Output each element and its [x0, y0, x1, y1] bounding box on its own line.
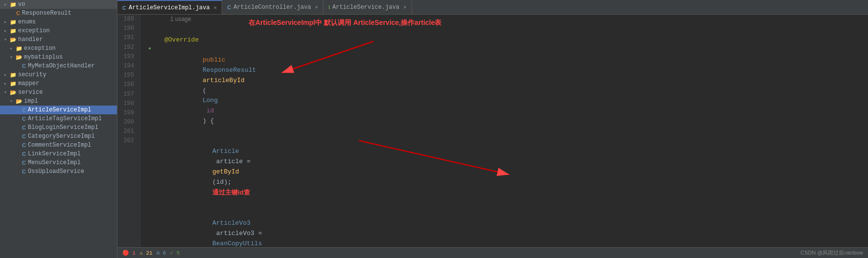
type-article-193: Article	[212, 148, 239, 155]
sidebar-label-exception: exception	[18, 27, 50, 34]
folder-icon-enums: 📁	[10, 19, 17, 25]
code-line-194: ArticleVo3 articleVo3 = BeanCopyUtils . …	[145, 208, 864, 247]
sidebar-item-mymetaobjecthandler[interactable]: C MyMetaObjectHandler	[0, 62, 117, 70]
sidebar-label-handler: handler	[18, 36, 43, 43]
sidebar-label-menuserviceimpl: MenuServiceImpl	[28, 159, 81, 166]
arrow-mapper	[4, 81, 10, 86]
arrow-security	[4, 72, 10, 78]
status-ok: ✓ 5	[170, 250, 180, 256]
ln-190: 190	[117, 24, 137, 33]
status-bar: 🔴 1 ⚠ 21 A 6 ✓ 5 CSDN @风雨过后rainbow	[117, 247, 868, 258]
sidebar-item-exception[interactable]: 📁 exception	[0, 26, 117, 35]
ln-202: 202	[117, 136, 137, 146]
sidebar-label-service: service	[18, 89, 43, 96]
folder-icon-impl: 📂	[16, 98, 23, 105]
tab-label-articleserviceimpl: ArticleServiceImpl.java	[129, 4, 210, 11]
sidebar: 📁 vo C ResponseResult 📁 enums 📁 exceptio…	[0, 0, 117, 258]
tab-icon-articleserviceimpl: C	[122, 5, 126, 11]
class-icon-categoryserviceimpl: C	[22, 133, 26, 139]
sidebar-label-handler-exception: exception	[24, 45, 56, 52]
close-tab-articleservice[interactable]: ✕	[403, 4, 407, 10]
code-area: 189 190 191 192 193 194 195 196 197 198 …	[117, 15, 868, 247]
folder-icon-handler-exception: 📁	[16, 45, 23, 52]
sidebar-item-categoryserviceimpl[interactable]: C CategoryServiceImpl	[0, 132, 117, 141]
class-icon-mymetaobjecthandler: C	[22, 63, 26, 69]
arrow-vo	[4, 1, 10, 7]
sidebar-item-handler-exception[interactable]: 📁 exception	[0, 44, 117, 53]
arrow-mybatisplus	[10, 54, 16, 60]
folder-icon-mybatisplus: 📂	[16, 54, 23, 61]
sidebar-item-articletagserviceimpl[interactable]: C ArticleTagServiceImpl	[0, 114, 117, 123]
ln-192: 192	[117, 43, 137, 52]
arrow-service	[4, 89, 10, 95]
sidebar-item-responseresult[interactable]: C ResponseResult	[0, 9, 117, 18]
annotation-override: @Override	[164, 36, 199, 43]
annotation-193: 通过主键id查	[212, 189, 250, 196]
class-icon-linkserviceimpl: C	[22, 151, 26, 157]
sidebar-item-mybatisplus[interactable]: 📂 mybatisplus	[0, 53, 117, 62]
sidebar-item-ossuploadservice[interactable]: C OssUploadService	[0, 167, 117, 176]
code-text-190	[155, 25, 159, 35]
folder-icon-vo: 📁	[10, 1, 17, 8]
ln-193: 193	[117, 52, 137, 62]
close-tab-articleserviceimpl[interactable]: ✕	[214, 4, 217, 11]
tab-articleservice[interactable]: I ArticleService.java ✕	[323, 0, 412, 14]
sidebar-label-mybatisplus: mybatisplus	[24, 54, 63, 61]
ln-199: 199	[117, 108, 137, 118]
sidebar-label-enums: enums	[18, 19, 36, 25]
sidebar-item-linkserviceimpl[interactable]: C LinkServiceImpl	[0, 150, 117, 158]
sidebar-label-commentserviceimpl: CommentServiceImpl	[28, 142, 91, 149]
ln-195: 195	[117, 71, 137, 80]
ln-194: 194	[117, 62, 137, 71]
arrow-impl	[10, 98, 16, 104]
tab-articleserviceimpl[interactable]: C ArticleServiceImpl.java ✕	[117, 0, 222, 14]
code-text-194: ArticleVo3 articleVo3 = BeanCopyUtils . …	[155, 208, 266, 247]
ln-198: 198	[117, 99, 137, 108]
ln-196: 196	[117, 80, 137, 89]
sidebar-item-menuserviceimpl[interactable]: C MenuServiceImpl	[0, 158, 117, 167]
class-icon-articletagserviceimpl: C	[22, 116, 26, 122]
close-tab-articlecontroller[interactable]: ✕	[315, 4, 319, 10]
code-line-193: Article article = getById (id); 通过主键id查	[145, 137, 864, 209]
code-text-191: @Override	[155, 35, 199, 45]
code-content[interactable]: 1 usage 在ArticleServiceImpl中 默认调用 Articl…	[141, 15, 868, 247]
sidebar-label-impl: impl	[24, 98, 38, 105]
sidebar-item-impl[interactable]: 📂 impl	[0, 97, 117, 106]
sidebar-item-commentserviceimpl[interactable]: C CommentServiceImpl	[0, 141, 117, 150]
sidebar-label-blogloginserviceimpl: BlogLoginServiceImpl	[28, 124, 98, 131]
fn-articlebyid: articleById	[203, 77, 245, 84]
gutter-192: ●	[145, 45, 155, 53]
class-icon-menuserviceimpl: C	[22, 160, 26, 166]
arrow-enums	[4, 19, 10, 25]
tab-articlecontroller[interactable]: C ArticleController.java ✕	[222, 0, 323, 14]
green-dot-192: ●	[148, 45, 151, 53]
kw-public: public	[203, 56, 229, 64]
ln-201: 201	[117, 127, 137, 136]
sidebar-item-service[interactable]: 📂 service	[0, 88, 117, 97]
ln-200: 200	[117, 118, 137, 127]
sidebar-label-articletagserviceimpl: ArticleTagServiceImpl	[28, 115, 102, 122]
sidebar-item-security[interactable]: 📁 security	[0, 70, 117, 79]
type-beancopyutils: BeanCopyUtils	[212, 240, 262, 247]
sidebar-item-mapper[interactable]: 📁 mapper	[0, 79, 117, 88]
sidebar-item-vo[interactable]: 📁 vo	[0, 0, 117, 9]
tab-icon-articlecontroller: C	[227, 4, 231, 10]
sidebar-item-enums[interactable]: 📁 enums	[0, 18, 117, 26]
folder-icon-exception: 📁	[10, 28, 17, 34]
type-articlevo3-194: ArticleVo3	[212, 219, 251, 227]
usage-hint: 1 usage	[170, 15, 191, 24]
class-icon-responseresult: C	[16, 10, 21, 16]
space-193: article =	[212, 158, 254, 165]
arrow-handler	[4, 37, 10, 43]
sidebar-item-handler[interactable]: 📂 handler	[0, 35, 117, 44]
annotation-top: 在ArticleServiceImpl中 默认调用 ArticleService…	[249, 17, 441, 28]
sidebar-label-security: security	[18, 71, 46, 78]
sidebar-item-blogloginserviceimpl[interactable]: C BlogLoginServiceImpl	[0, 123, 117, 132]
tab-label-articlecontroller: ArticleController.java	[233, 4, 311, 11]
folder-icon-mapper: 📁	[10, 81, 17, 87]
args-193: (id);	[212, 178, 247, 186]
ln-191: 191	[117, 33, 137, 43]
sidebar-label-mymetaobjecthandler: MyMetaObjectHandler	[28, 63, 95, 69]
status-errors: 🔴 1	[122, 250, 136, 256]
sidebar-item-articleserviceimpl[interactable]: C ArticleServiceImpl	[0, 106, 117, 114]
